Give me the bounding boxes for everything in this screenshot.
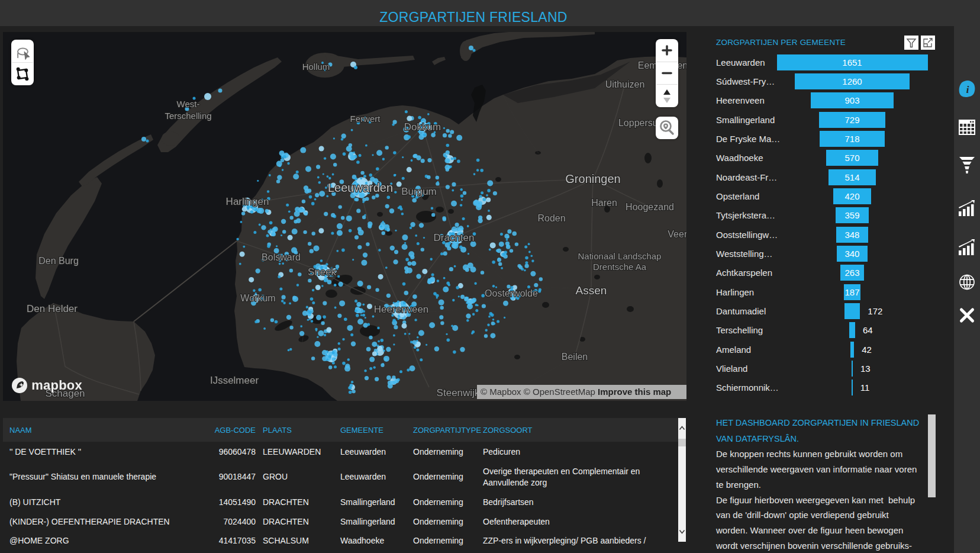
svg-text:Heerenveen: Heerenveen: [374, 304, 429, 315]
svg-text:Burgum: Burgum: [401, 186, 437, 197]
svg-text:Roden: Roden: [537, 213, 565, 223]
svg-text:Assen: Assen: [576, 284, 607, 297]
svg-text:IJsselmeer: IJsselmeer: [210, 375, 259, 386]
svg-text:Steenwijk: Steenwijk: [437, 387, 480, 398]
svg-text:Terschelling: Terschelling: [165, 111, 211, 121]
svg-text:i: i: [966, 84, 969, 95]
svg-text:Workum: Workum: [240, 293, 275, 303]
svg-text:Uithuizen: Uithuizen: [605, 79, 645, 89]
svg-text:Oosterwolde: Oosterwolde: [485, 288, 538, 298]
svg-text:Den Burg: Den Burg: [38, 256, 79, 266]
svg-text:West-: West-: [177, 99, 200, 109]
svg-text:Drentsche Aa: Drentsche Aa: [593, 262, 647, 272]
svg-text:Hollum: Hollum: [302, 62, 330, 72]
svg-text:Dokkum: Dokkum: [404, 121, 441, 133]
svg-text:Groningen: Groningen: [565, 172, 620, 185]
svg-text:Drachten: Drachten: [434, 232, 475, 243]
svg-text:Harlingen: Harlingen: [226, 196, 269, 207]
svg-text:Veend: Veend: [668, 229, 686, 239]
svg-text:Ferwert: Ferwert: [350, 114, 381, 124]
svg-text:Leeuwarden: Leeuwarden: [328, 181, 393, 194]
svg-text:Bolsward: Bolsward: [262, 252, 301, 262]
svg-text:Den Helder: Den Helder: [27, 303, 78, 314]
svg-text:Sneek: Sneek: [308, 266, 337, 278]
svg-text:Hoogezand: Hoogezand: [626, 202, 674, 212]
svg-text:Beilen: Beilen: [562, 352, 588, 362]
svg-text:Haren: Haren: [591, 198, 617, 208]
svg-text:Nationaal Landschap: Nationaal Landschap: [578, 251, 662, 261]
